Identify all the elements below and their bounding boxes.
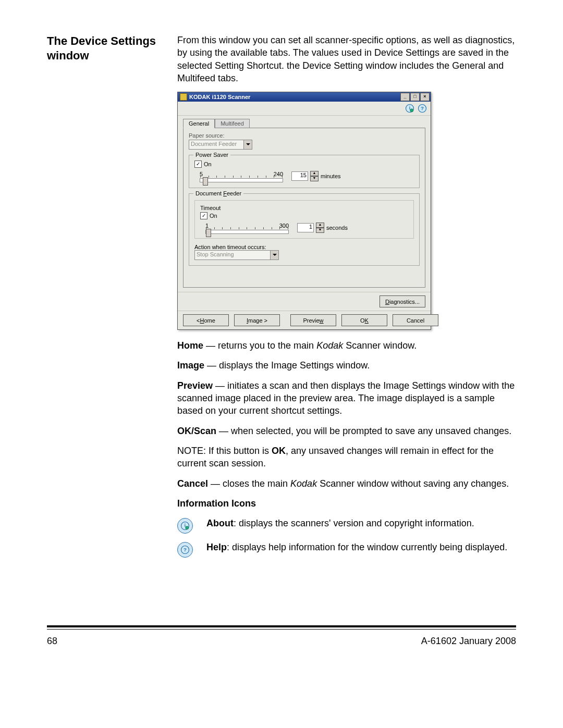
svg-point-7 bbox=[186, 526, 189, 529]
timeout-label: Timeout bbox=[200, 205, 408, 211]
help-icon[interactable]: ? bbox=[417, 103, 427, 114]
power-saver-slider[interactable] bbox=[200, 178, 283, 182]
help-icon: ? bbox=[177, 542, 193, 558]
timeout-action-value: Stop Scanning bbox=[195, 251, 270, 260]
timeout-action-combo[interactable]: Stop Scanning bbox=[194, 250, 279, 260]
svg-point-2 bbox=[410, 109, 413, 112]
preview-desc: Preview — initiates a scan and then disp… bbox=[177, 379, 516, 417]
okscan-note: NOTE: If this button is OK, any unsaved … bbox=[177, 445, 516, 470]
paper-source-label: Paper source: bbox=[189, 132, 420, 139]
tab-panel-general: Paper source: Document Feeder Power Save… bbox=[183, 128, 425, 288]
app-icon bbox=[180, 93, 187, 101]
chevron-down-icon[interactable] bbox=[243, 140, 252, 149]
power-saver-spinner[interactable]: ▲▼ bbox=[310, 171, 319, 181]
page-number: 68 bbox=[47, 636, 57, 647]
power-saver-value-input[interactable]: 15 bbox=[291, 171, 308, 181]
power-saver-on-checkbox[interactable]: ✓ bbox=[194, 161, 202, 168]
close-button[interactable]: × bbox=[420, 93, 430, 101]
svg-text:?: ? bbox=[421, 105, 424, 111]
cancel-desc: Cancel — closes the main Kodak Scanner w… bbox=[177, 477, 516, 490]
timeout-on-checkbox[interactable]: ✓ bbox=[200, 212, 207, 219]
timeout-on-label: On bbox=[210, 213, 217, 219]
dialog-toolbar: i ? bbox=[178, 102, 431, 116]
power-saver-group: Power Saver ✓ On 5 240 bbox=[189, 155, 420, 188]
section-title: The Device Settings window bbox=[47, 34, 167, 63]
doc-id: A-61602 January 2008 bbox=[421, 636, 516, 647]
paper-source-combo[interactable]: Document Feeder bbox=[189, 140, 252, 150]
info-icons-header: Information Icons bbox=[177, 497, 516, 510]
image-desc: Image — displays the Image Settings wind… bbox=[177, 359, 516, 372]
tab-multifeed[interactable]: Multifeed bbox=[215, 119, 250, 128]
device-settings-dialog: KODAK i1120 Scanner _ □ × i ? bbox=[177, 92, 431, 330]
timeout-action-label: Action when timeout occurs: bbox=[194, 244, 414, 250]
paper-source-value: Document Feeder bbox=[189, 140, 243, 149]
diagnostics-button[interactable]: Diagnostics... bbox=[380, 295, 425, 307]
minimize-button[interactable]: _ bbox=[400, 93, 410, 101]
chevron-down-icon[interactable] bbox=[270, 251, 278, 260]
image-button[interactable]: Image > bbox=[234, 314, 280, 326]
tab-general[interactable]: General bbox=[183, 119, 215, 128]
titlebar[interactable]: KODAK i1120 Scanner _ □ × bbox=[178, 92, 431, 102]
slider-thumb-icon[interactable] bbox=[203, 177, 208, 186]
svg-text:?: ? bbox=[183, 547, 187, 552]
doc-feeder-legend: Document Feeder bbox=[193, 190, 243, 196]
document-feeder-group: Document Feeder Timeout ✓ On bbox=[189, 193, 420, 266]
about-icon: i bbox=[177, 518, 193, 534]
window-title: KODAK i1120 Scanner bbox=[189, 94, 250, 100]
intro-paragraph: From this window you can set all scanner… bbox=[177, 34, 516, 84]
about-icon[interactable]: i bbox=[405, 103, 415, 114]
power-saver-on-label: On bbox=[204, 161, 212, 167]
slider-thumb-icon[interactable] bbox=[206, 229, 211, 237]
ok-button[interactable]: OK bbox=[341, 314, 387, 326]
maximize-button[interactable]: □ bbox=[410, 93, 420, 101]
cancel-button[interactable]: Cancel bbox=[393, 314, 438, 326]
timeout-value-input[interactable]: 1 bbox=[297, 223, 314, 232]
help-desc: Help: displays help information for the … bbox=[206, 541, 516, 558]
about-desc: About: displays the scanners' version an… bbox=[206, 517, 516, 534]
power-saver-legend: Power Saver bbox=[193, 152, 230, 158]
okscan-desc: OK/Scan — when selected, you will be pro… bbox=[177, 425, 516, 437]
home-desc: Home — returns you to the main Kodak Sca… bbox=[177, 339, 516, 352]
preview-button[interactable]: Preview bbox=[290, 314, 336, 326]
home-button[interactable]: < Home bbox=[183, 314, 229, 326]
power-saver-unit: minutes bbox=[321, 173, 341, 179]
footer-rule bbox=[47, 625, 516, 630]
timeout-slider[interactable] bbox=[205, 230, 289, 234]
timeout-unit: seconds bbox=[326, 225, 348, 231]
timeout-spinner[interactable]: ▲▼ bbox=[316, 223, 324, 233]
